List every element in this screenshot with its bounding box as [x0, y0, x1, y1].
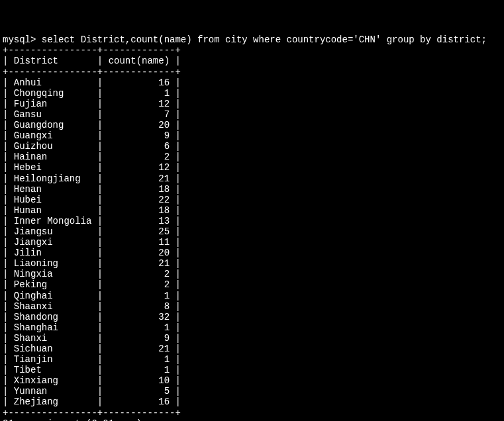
table-border-mid: +----------------+-------------+ [3, 67, 181, 77]
result-status: 31 rows in set (0.01 sec) [3, 418, 142, 421]
table-border-bottom: +----------------+-------------+ [3, 408, 181, 418]
table-body: | Anhui | 16 | | Chongqing | 1 | | Fujia… [3, 77, 501, 408]
mysql-prompt: mysql> [3, 34, 36, 45]
table-border-top: +----------------+-------------+ [3, 45, 181, 56]
table-header: | District | count(name) | [3, 56, 181, 66]
sql-query: select District,count(name) from city wh… [42, 34, 487, 45]
